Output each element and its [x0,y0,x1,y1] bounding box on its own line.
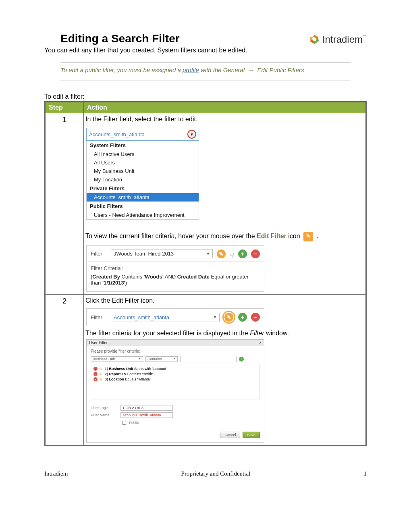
criteria-label: Filter Criteria : [91,265,260,271]
footer-page-number: 1 [364,470,367,477]
brand-name: Intradiem™ [322,34,367,45]
checkbox-icon[interactable] [122,421,126,425]
logic-label: Filter Logic: [91,406,116,410]
edit-filter-icon[interactable]: ✎ [224,312,234,322]
dropdown-selected[interactable]: Accounts_smith_atlanta ▼ [86,128,199,141]
step2-text2: The filter criteria for your selected fi… [85,330,365,337]
edit-pencil-icon [303,232,313,241]
col-action: Action [84,102,366,113]
name-label: Filter Name: [91,413,116,417]
delete-rule-icon[interactable]: − [93,372,98,376]
save-button[interactable]: Save [243,432,260,438]
col-step: Step [45,102,84,113]
step-number: 2 [45,295,84,446]
criteria-text: (Created By Contains 'Woods' AND Created… [91,274,260,286]
page-footer: Intradiem Proprietary and Confidential 1 [44,470,367,477]
procedure-label: To edit a filter: [44,93,367,100]
hand-cursor-icon: ☟ [230,251,234,260]
filter-select[interactable]: JWoods Team Hired 2013 ▼ [111,249,213,258]
filter-label: Filter [91,251,107,257]
footer-center: Proprietary and Confidential [181,470,251,477]
filter-bar: Filter Accounts_smith_atlanta ▼ ✎ + − [86,308,264,326]
rule-item: − ✎ 1) Business Unit Starts with "accoun… [93,367,257,371]
operator-select[interactable]: Contains▼ [145,356,178,362]
dropdown-item[interactable]: All Users [87,158,199,167]
dropdown-group-header: System Filters [87,141,199,150]
steps-table: Step Action 1 In the Filter field, selec… [44,101,367,446]
rules-list: − ✎ 1) Business Unit Starts with "accoun… [91,364,260,399]
logic-input[interactable]: 1 OR 2 OR 3 [120,405,173,411]
step2-text: Click the Edit Filter icon. [85,297,365,304]
dropdown-item[interactable]: All Inactive Users [87,150,199,158]
instruction-text: Please provide filter criteria: [91,349,260,353]
dropdown-item[interactable]: My Location [87,175,199,184]
rule-item: − ✎ 2) Report To Contains "smith" [93,372,257,376]
chevron-down-icon[interactable]: ▼ [187,130,196,139]
dropdown-list: System Filters All Inactive Users All Us… [86,141,199,220]
filter-label: Filter [91,314,107,320]
table-row: 1 In the Filter field, select the filter… [45,113,366,295]
intro-text: You can edit any filter that you created… [44,47,367,54]
dropdown-item[interactable]: My Business Unit [87,167,199,175]
brand-logo: Intradiem™ [309,34,367,45]
filter-bar: Filter JWoods Team Hired 2013 ▼ ✎ ☟ + − … [86,245,264,292]
filter-dropdown[interactable]: Accounts_smith_atlanta ▼ System Filters … [86,128,199,220]
step1-text: In the Filter field, select the filter t… [85,116,365,123]
dropdown-group-header: Public Filters [87,202,199,211]
public-checkbox[interactable]: Public [120,420,260,426]
user-filter-window: User Filter × Please provide filter crit… [86,339,264,443]
delete-rule-icon[interactable]: − [93,367,98,371]
window-titlebar: User Filter × [87,340,264,346]
table-row: 2 Click the Edit Filter icon. Filter Acc… [45,295,366,446]
edit-filter-icon[interactable]: ✎ [217,249,226,258]
dropdown-item[interactable]: Users - Need Attendance Improvement [87,211,199,219]
chevron-down-icon[interactable]: ▼ [213,315,217,319]
step1-text2: To view the current filter criteria, hov… [85,232,364,241]
name-input[interactable]: Accounts_smith_atlanta [120,412,173,418]
profile-link[interactable]: profile [183,66,199,73]
value-input[interactable] [180,356,237,362]
add-rule-icon[interactable]: + [239,357,244,362]
note-box: To edit a public filter, you must be ass… [60,62,351,81]
footer-left: Intradiem [44,470,68,477]
close-icon[interactable]: × [259,341,262,345]
dropdown-group-header: Private Filters [87,184,199,193]
page-title: Editing a Search Filter [60,32,180,45]
remove-filter-icon[interactable]: − [251,313,260,322]
add-filter-icon[interactable]: + [238,313,247,322]
intradiem-logo-icon [309,34,320,45]
remove-filter-icon[interactable]: − [251,249,260,258]
rule-item: − ✎ 3) Location Equals "Atlanta" [93,377,257,381]
add-filter-icon[interactable]: + [238,249,247,258]
dropdown-item[interactable]: Accounts_smith_atlanta [87,193,199,202]
arrow-icon: → [246,66,255,73]
chevron-down-icon[interactable]: ▼ [206,252,210,256]
edit-rule-icon[interactable]: ✎ [99,372,103,376]
delete-rule-icon[interactable]: − [93,377,98,381]
edit-rule-icon[interactable]: ✎ [99,377,103,381]
field-select[interactable]: Business Unit▼ [91,356,143,362]
filter-select[interactable]: Accounts_smith_atlanta ▼ [111,313,220,322]
step-number: 1 [45,113,84,295]
edit-rule-icon[interactable]: ✎ [99,367,103,371]
cancel-button[interactable]: Cancel [220,432,240,438]
